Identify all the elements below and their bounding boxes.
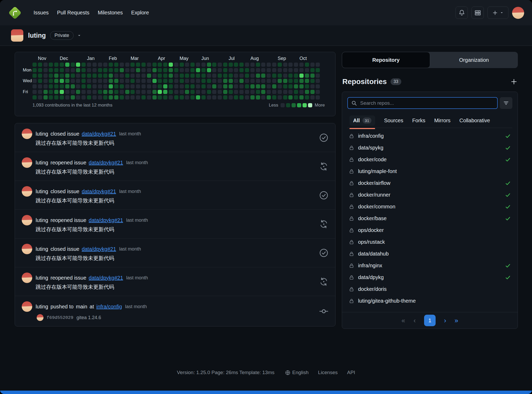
repo-list-item[interactable]: docker/code bbox=[349, 154, 511, 165]
nav-link-issues[interactable]: Issues bbox=[30, 7, 52, 18]
feed-username-link[interactable]: luting bbox=[36, 246, 48, 252]
repo-list-item[interactable]: ops/docker bbox=[349, 224, 511, 236]
footer-link-api[interactable]: API bbox=[347, 370, 355, 375]
profile-dropdown-toggle[interactable] bbox=[77, 34, 81, 37]
heatmap-cell bbox=[152, 90, 157, 94]
heatmap-cell bbox=[152, 84, 157, 88]
heatmap-cell bbox=[310, 84, 315, 88]
heatmap-cell bbox=[130, 68, 135, 72]
feed-target-link[interactable]: data/dpykg#21 bbox=[89, 275, 123, 281]
heatmap-cell bbox=[38, 84, 42, 88]
heatmap-cell bbox=[32, 90, 37, 94]
repo-list-item[interactable]: luting/maple-font bbox=[349, 165, 511, 177]
heatmap-cell bbox=[234, 90, 238, 94]
feed-username-link[interactable]: luting bbox=[36, 304, 48, 310]
heatmap-cell bbox=[310, 95, 315, 99]
repo-list-item[interactable]: data/spykg bbox=[349, 142, 511, 154]
repo-list-item[interactable]: docker/common bbox=[349, 201, 511, 213]
user-avatar[interactable] bbox=[22, 244, 32, 254]
heatmap-cell bbox=[152, 74, 157, 78]
user-avatar[interactable] bbox=[22, 215, 32, 225]
feed-target-link[interactable]: data/dpykg#21 bbox=[82, 131, 116, 137]
heatmap-cell bbox=[294, 84, 298, 88]
heatmap-cell bbox=[98, 84, 102, 88]
nav-link-pull-requests[interactable]: Pull Requests bbox=[53, 7, 93, 18]
repo-filter-all[interactable]: All31 bbox=[349, 115, 375, 126]
feed-username-link[interactable]: luting bbox=[36, 131, 48, 137]
feed-target-link[interactable]: infra/config bbox=[96, 304, 122, 310]
repo-list-item[interactable]: data/datahub bbox=[349, 248, 511, 260]
repo-list-item[interactable]: docker/doris bbox=[349, 283, 511, 295]
profile-avatar[interactable] bbox=[11, 29, 23, 42]
pagination-current-page[interactable]: 1 bbox=[424, 315, 436, 326]
admin-panel-button[interactable] bbox=[471, 7, 484, 19]
heatmap-cell bbox=[65, 63, 69, 67]
heatmap-cell bbox=[305, 95, 309, 99]
heatmap-cell bbox=[267, 63, 271, 67]
feed-item-lines: lutingreopened issuedata/dpykg#21last mo… bbox=[36, 215, 314, 233]
feed-username-link[interactable]: luting bbox=[36, 188, 48, 195]
repo-filter-mirrors[interactable]: Mirrors bbox=[434, 118, 451, 124]
page-footer: Version: 1.25.0 Page: 26ms Template: 13m… bbox=[0, 370, 532, 375]
heatmap-body: MonWedFri bbox=[23, 63, 327, 99]
user-avatar[interactable] bbox=[22, 273, 32, 283]
repo-filter-label: Sources bbox=[384, 118, 403, 124]
repo-list-item[interactable]: ops/rustack bbox=[349, 236, 511, 248]
heatmap-cell bbox=[43, 74, 48, 78]
repo-filter-forks[interactable]: Forks bbox=[412, 118, 425, 124]
heatmap-cell bbox=[234, 63, 238, 67]
feed-item-main: lutingpushed tomainatinfra/configlast mo… bbox=[22, 301, 314, 321]
gitea-logo[interactable] bbox=[8, 6, 22, 20]
footer-link-english[interactable]: English bbox=[285, 370, 309, 375]
feed-target-link[interactable]: data/dpykg#21 bbox=[89, 217, 123, 223]
heatmap-cell bbox=[223, 68, 227, 72]
repo-list-item[interactable]: infra/config bbox=[349, 130, 511, 142]
issue-closed-icon bbox=[319, 191, 328, 200]
repo-list-item[interactable]: docker/runner bbox=[349, 189, 511, 201]
feed-target-link[interactable]: data/dpykg#21 bbox=[82, 188, 116, 195]
create-new-button[interactable] bbox=[487, 7, 508, 19]
heatmap-cell bbox=[294, 95, 298, 99]
heatmap-cell bbox=[92, 74, 97, 78]
heatmap-cell bbox=[54, 68, 58, 72]
pagination-next-button[interactable]: › bbox=[444, 317, 446, 324]
pagination-last-button[interactable]: » bbox=[454, 317, 458, 324]
repo-list-item[interactable]: data/dpykg bbox=[349, 271, 511, 283]
repo-filter-collaborative[interactable]: Collaborative bbox=[459, 118, 490, 124]
feed-target-link[interactable]: data/dpykg#21 bbox=[82, 246, 116, 252]
notifications-button[interactable] bbox=[456, 7, 468, 19]
repo-filter-button[interactable] bbox=[500, 97, 512, 109]
heatmap-cell bbox=[201, 90, 206, 94]
feed-username-link[interactable]: luting bbox=[36, 275, 48, 281]
footer-link-licenses[interactable]: Licenses bbox=[318, 370, 338, 375]
commit-sha-link[interactable]: f69d552029 bbox=[47, 315, 73, 320]
add-repository-button[interactable] bbox=[511, 78, 517, 85]
search-repos-input[interactable] bbox=[360, 100, 494, 106]
scope-tab-repository[interactable]: Repository bbox=[342, 52, 430, 68]
heatmap-cell bbox=[256, 90, 260, 94]
heatmap-cell bbox=[305, 63, 309, 67]
lock-icon bbox=[349, 263, 354, 268]
user-avatar[interactable] bbox=[22, 129, 32, 139]
nav-link-milestones[interactable]: Milestones bbox=[94, 7, 127, 18]
feed-target-link[interactable]: data/dpykg#21 bbox=[89, 160, 123, 166]
repo-filter-sources[interactable]: Sources bbox=[384, 118, 403, 124]
nav-link-explore[interactable]: Explore bbox=[128, 7, 153, 18]
user-menu-avatar[interactable] bbox=[512, 7, 524, 19]
repo-list-item[interactable]: luting/gitea-github-theme bbox=[349, 295, 511, 307]
feed-username-link[interactable]: luting bbox=[36, 217, 48, 223]
heatmap-cell bbox=[103, 74, 107, 78]
repo-list-item[interactable]: infra/nginx bbox=[349, 260, 511, 271]
user-avatar[interactable] bbox=[22, 157, 32, 168]
repo-list-item[interactable]: docker/base bbox=[349, 213, 511, 224]
repo-list-item[interactable]: docker/airflow bbox=[349, 177, 511, 189]
heatmap-cell bbox=[294, 79, 298, 83]
feed-username-link[interactable]: luting bbox=[36, 160, 48, 166]
heatmap-cell bbox=[272, 74, 276, 78]
user-avatar[interactable] bbox=[22, 301, 32, 312]
scope-tab-organization[interactable]: Organization bbox=[430, 52, 518, 68]
heatmap-cell bbox=[201, 84, 206, 88]
heatmap-cell bbox=[190, 63, 195, 67]
heatmap-cell bbox=[261, 95, 265, 99]
user-avatar[interactable] bbox=[22, 186, 32, 197]
